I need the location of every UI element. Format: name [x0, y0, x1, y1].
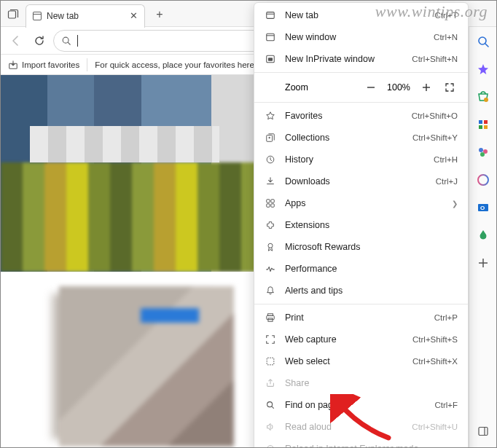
svg-point-26 — [268, 243, 273, 248]
sidebar-add[interactable] — [473, 253, 493, 273]
sidebar-office[interactable] — [473, 170, 493, 190]
tab-page-icon — [32, 11, 42, 21]
svg-rect-42 — [479, 120, 482, 124]
menu-share: Share — [254, 372, 468, 394]
menu-extensions[interactable]: Extensions — [254, 214, 468, 236]
svg-rect-45 — [484, 125, 488, 129]
import-icon — [8, 60, 18, 70]
menu-item-shortcut: Ctrl+Shift+Y — [412, 133, 458, 142]
sidebar-outlook[interactable]: O — [473, 197, 493, 218]
menu-item-shortcut: Ctrl+T — [434, 11, 458, 20]
menu-web-capture[interactable]: Web capture Ctrl+Shift+S — [254, 329, 468, 350]
menu-new-window[interactable]: New window Ctrl+N — [254, 26, 468, 48]
chevron-right-icon: ❯ — [452, 200, 458, 208]
menu-zoom: Zoom 100% — [254, 75, 468, 100]
star-icon — [265, 110, 276, 122]
menu-item-label: Collections — [285, 133, 404, 143]
menu-item-label: Find on page — [285, 400, 426, 410]
sidebar-drop[interactable] — [473, 225, 493, 245]
svg-rect-43 — [484, 120, 488, 124]
menu-history[interactable]: History Ctrl+H — [254, 149, 468, 170]
menu-item-shortcut: Ctrl+Shift+N — [412, 55, 458, 63]
sidebar-search[interactable] — [473, 31, 493, 52]
svg-line-4 — [68, 42, 70, 44]
svg-rect-0 — [9, 11, 16, 18]
svg-point-41 — [484, 98, 488, 102]
svg-rect-9 — [267, 12, 275, 19]
fullscreen-button[interactable] — [442, 79, 458, 95]
sidebar-shopping[interactable] — [473, 87, 493, 107]
tab-title: New tab — [47, 11, 124, 21]
menu-item-label: History — [285, 154, 425, 165]
menu-separator — [254, 72, 468, 73]
menu-print[interactable]: Print Ctrl+P — [254, 307, 468, 329]
menu-rewards[interactable]: Microsoft Rewards — [254, 236, 468, 258]
svg-rect-23 — [271, 200, 274, 203]
menu-item-label: New window — [285, 32, 425, 42]
menu-find[interactable]: Find on page Ctrl+F — [254, 394, 468, 416]
bell-icon — [265, 285, 276, 296]
svg-rect-30 — [267, 358, 274, 365]
tab-actions-icon[interactable] — [5, 7, 21, 23]
menu-item-label: Downloads — [285, 176, 427, 186]
svg-rect-25 — [271, 204, 274, 207]
menu-collections[interactable]: Collections Ctrl+Shift+Y — [254, 127, 468, 149]
read-aloud-icon — [265, 421, 276, 433]
svg-point-33 — [267, 446, 274, 448]
menu-item-shortcut: Ctrl+P — [434, 313, 458, 322]
menu-downloads[interactable]: Downloads Ctrl+J — [254, 170, 468, 192]
svg-rect-22 — [267, 200, 270, 203]
svg-line-32 — [272, 406, 274, 409]
download-icon — [265, 176, 276, 187]
history-icon — [265, 154, 276, 165]
menu-read-aloud: Read aloud Ctrl+Shift+U — [254, 416, 468, 438]
menu-new-inprivate[interactable]: New InPrivate window Ctrl+Shift+N — [254, 48, 468, 70]
sidebar: O — [469, 27, 496, 447]
share-icon — [265, 377, 276, 389]
new-tab-icon — [265, 9, 276, 21]
menu-favorites[interactable]: Favorites Ctrl+Shift+O — [254, 105, 468, 127]
sidebar-tools[interactable] — [473, 114, 493, 135]
menu-item-label: Share — [285, 378, 458, 388]
input-caret — [77, 35, 78, 47]
menu-web-select[interactable]: Web select Ctrl+Shift+X — [254, 350, 468, 372]
menu-alerts[interactable]: Alerts and tips — [254, 280, 468, 302]
menu-new-tab[interactable]: New tab Ctrl+T — [254, 4, 468, 26]
zoom-in-button[interactable] — [418, 79, 434, 95]
browser-tab[interactable]: New tab ✕ — [26, 4, 145, 28]
menu-item-shortcut: Ctrl+Shift+X — [412, 357, 458, 366]
menu-item-shortcut: Ctrl+Shift+O — [412, 111, 458, 120]
svg-rect-24 — [267, 204, 270, 207]
collections-icon — [265, 132, 276, 144]
import-favorites-button[interactable]: Import favorites — [8, 60, 79, 70]
window-icon — [265, 31, 276, 43]
zoom-value: 100% — [386, 82, 411, 93]
zoom-out-button[interactable] — [363, 79, 379, 95]
refresh-button[interactable] — [30, 31, 49, 50]
divider — [87, 58, 87, 71]
svg-rect-44 — [479, 125, 482, 129]
find-icon — [265, 399, 276, 411]
menu-item-label: Web select — [285, 356, 404, 366]
print-icon — [265, 312, 276, 323]
svg-point-49 — [478, 175, 488, 185]
menu-item-shortcut: Ctrl+Shift+S — [412, 335, 458, 344]
menu-item-label: Print — [285, 313, 426, 323]
back-button[interactable] — [7, 31, 26, 50]
menu-item-label: Favorites — [285, 111, 403, 121]
tab-close-icon[interactable]: ✕ — [128, 11, 138, 21]
menu-item-label: Alerts and tips — [285, 286, 458, 296]
sidebar-settings[interactable] — [473, 421, 493, 441]
menu-item-shortcut: Ctrl+Shift+U — [412, 423, 458, 431]
menu-separator — [254, 102, 468, 103]
search-icon — [61, 36, 71, 46]
svg-rect-1 — [34, 12, 42, 20]
new-tab-button[interactable]: + — [149, 4, 170, 25]
svg-rect-54 — [479, 428, 488, 436]
sidebar-games[interactable] — [473, 142, 493, 162]
menu-item-label: Extensions — [285, 220, 458, 230]
menu-item-shortcut: Ctrl+J — [436, 177, 458, 186]
menu-apps[interactable]: Apps ❯ — [254, 192, 468, 214]
sidebar-discover[interactable] — [473, 59, 493, 79]
menu-performance[interactable]: Performance — [254, 258, 468, 280]
